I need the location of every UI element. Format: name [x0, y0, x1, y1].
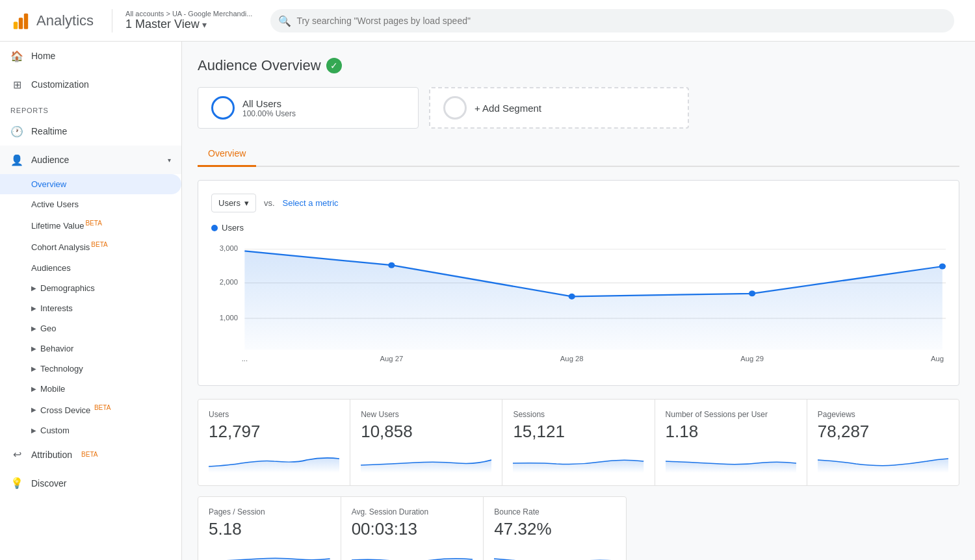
sidebar-item-home[interactable]: 🏠 Home [0, 42, 181, 70]
all-users-segment-info: All Users 100.00% Users [242, 98, 296, 118]
select-metric-link[interactable]: Select a metric [283, 198, 339, 208]
beta-badge-attribution: BETA [81, 451, 98, 458]
metric-dropdown[interactable]: Users ▾ [211, 194, 256, 212]
metric-name-avg-session-duration: Avg. Session Duration [352, 507, 473, 516]
sidebar-sub-audiences[interactable]: Audiences [0, 258, 181, 278]
tab-bar: Overview [198, 142, 959, 167]
sidebar-sub-active-users[interactable]: Active Users [0, 194, 181, 214]
chevron-right-demographics-icon: ▶ [31, 285, 36, 292]
view-label: 1 Master View [125, 18, 200, 31]
sidebar-sub-cohort-analysis[interactable]: Cohort AnalysisBETA [0, 236, 181, 257]
main-layout: 🏠 Home ⊞ Customization REPORTS 🕐 Realtim… [0, 42, 975, 560]
sidebar-item-discover[interactable]: 💡 Discover [0, 469, 181, 498]
legend-dot [211, 225, 218, 231]
line-chart: 3,000 2,000 1,000 [211, 240, 946, 370]
metric-value-avg-session-duration: 00:03:13 [352, 519, 473, 539]
sidebar-sub-lifetime-value[interactable]: Lifetime ValueBETA [0, 214, 181, 236]
sidebar-expandable-mobile[interactable]: ▶ Mobile [0, 379, 181, 399]
search-wrap: 🔍 [270, 9, 954, 32]
metrics-grid-row2: Pages / Session 5.18 Avg. Session Durati… [198, 496, 627, 560]
view-selector[interactable]: 1 Master View ▾ [125, 18, 252, 31]
all-users-name: All Users [242, 98, 296, 109]
svg-text:...: ... [242, 355, 248, 363]
topbar-divider [112, 9, 112, 32]
sidebar-label-discover: Discover [31, 478, 66, 489]
topbar: Analytics All accounts > UA - Google Mer… [0, 0, 975, 42]
chevron-right-custom-icon: ▶ [31, 427, 36, 434]
beta-badge-lifetime: BETA [85, 220, 101, 227]
metric-value-bounce-rate: 47.32% [494, 519, 616, 539]
sparkline-sessions-per-user [666, 447, 796, 473]
sidebar-item-realtime[interactable]: 🕐 Realtime [0, 117, 181, 146]
metric-value-pages-per-session: 5.18 [209, 519, 330, 539]
all-users-segment-circle [211, 96, 235, 120]
tab-overview[interactable]: Overview [198, 142, 256, 167]
search-icon: 🔍 [278, 14, 291, 27]
metric-name-sessions: Sessions [513, 410, 644, 419]
metric-name-bounce-rate: Bounce Rate [494, 507, 616, 516]
metric-name-new-users: New Users [361, 410, 491, 419]
svg-text:3,000: 3,000 [220, 245, 238, 252]
sidebar-item-customization[interactable]: ⊞ Customization [0, 70, 181, 99]
search-input[interactable] [270, 9, 954, 32]
search-bar-wrap: 🔍 [270, 9, 954, 32]
svg-point-9 [388, 262, 395, 268]
segment-bar: All Users 100.00% Users + Add Segment [198, 87, 959, 129]
sidebar-label-behavior: Behavior [40, 344, 73, 353]
svg-point-12 [939, 263, 946, 269]
metric-value-sessions-per-user: 1.18 [666, 422, 796, 442]
metric-name-users: Users [209, 410, 339, 419]
chevron-right-behavior-icon: ▶ [31, 345, 36, 352]
sparkline-pageviews [818, 447, 948, 473]
verified-icon: ✓ [326, 58, 342, 73]
sidebar-label-cross-device: Cross Device BETA [40, 404, 110, 415]
sidebar-item-audience[interactable]: 👤 Audience ▾ [0, 146, 181, 174]
sparkline-pages-per-session [209, 544, 330, 560]
logo: Analytics [10, 10, 94, 31]
chart-legend: Users [211, 223, 946, 233]
metric-value-users: 12,797 [209, 422, 339, 442]
svg-text:1,000: 1,000 [220, 314, 238, 321]
sidebar-sub-overview[interactable]: Overview [0, 174, 181, 194]
page-title: Audience Overview [198, 57, 321, 74]
sidebar-expandable-behavior[interactable]: ▶ Behavior [0, 338, 181, 359]
chevron-right-mobile-icon: ▶ [31, 385, 36, 392]
chevron-down-icon: ▾ [202, 19, 207, 30]
sidebar-label-audience: Audience [31, 155, 69, 165]
account-navigation: All accounts > UA - Google Merchandi... … [125, 10, 252, 31]
sidebar-label-interests: Interests [40, 303, 73, 313]
sidebar-expandable-custom[interactable]: ▶ Custom [0, 420, 181, 440]
sidebar-item-attribution[interactable]: ↩ Attribution BETA [0, 440, 181, 469]
sidebar-expandable-interests[interactable]: ▶ Interests [0, 298, 181, 318]
audience-icon: 👤 [10, 153, 23, 166]
add-segment-button[interactable]: + Add Segment [429, 87, 689, 129]
metric-card-pageviews: Pageviews 78,287 [807, 400, 959, 485]
metric-card-sessions: Sessions 15,121 [502, 400, 654, 485]
sidebar-label-mobile: Mobile [40, 384, 65, 394]
sidebar-label-technology: Technology [40, 364, 83, 374]
customization-icon: ⊞ [10, 78, 23, 91]
sidebar-expandable-cross-device[interactable]: ▶ Cross Device BETA [0, 399, 181, 420]
metric-name-pages-per-session: Pages / Session [209, 507, 330, 516]
svg-text:Aug 27: Aug 27 [380, 355, 403, 363]
add-segment-label: + Add Segment [474, 103, 541, 114]
metric-dropdown-label: Users [218, 198, 240, 208]
add-segment-circle [443, 96, 467, 120]
metric-card-users: Users 12,797 [198, 400, 350, 485]
chevron-right-interests-icon: ▶ [31, 305, 36, 312]
all-users-segment-card[interactable]: All Users 100.00% Users [198, 87, 419, 129]
svg-text:2,000: 2,000 [220, 279, 238, 286]
attribution-icon: ↩ [10, 448, 23, 461]
sparkline-bounce-rate [494, 544, 616, 560]
sidebar-expandable-technology[interactable]: ▶ Technology [0, 359, 181, 379]
sidebar-label-demographics: Demographics [40, 283, 95, 293]
page-header: Audience Overview ✓ [198, 57, 959, 74]
sidebar-expandable-geo[interactable]: ▶ Geo [0, 318, 181, 338]
content-area: Audience Overview ✓ All Users 100.00% Us… [182, 42, 975, 560]
svg-point-10 [569, 294, 575, 299]
all-users-sub: 100.00% Users [242, 109, 296, 118]
sidebar-label-geo: Geo [40, 324, 57, 333]
svg-text:Aug 30: Aug 30 [931, 355, 946, 363]
metric-card-bounce-rate: Bounce Rate 47.32% [484, 497, 626, 560]
sidebar-expandable-demographics[interactable]: ▶ Demographics [0, 278, 181, 298]
